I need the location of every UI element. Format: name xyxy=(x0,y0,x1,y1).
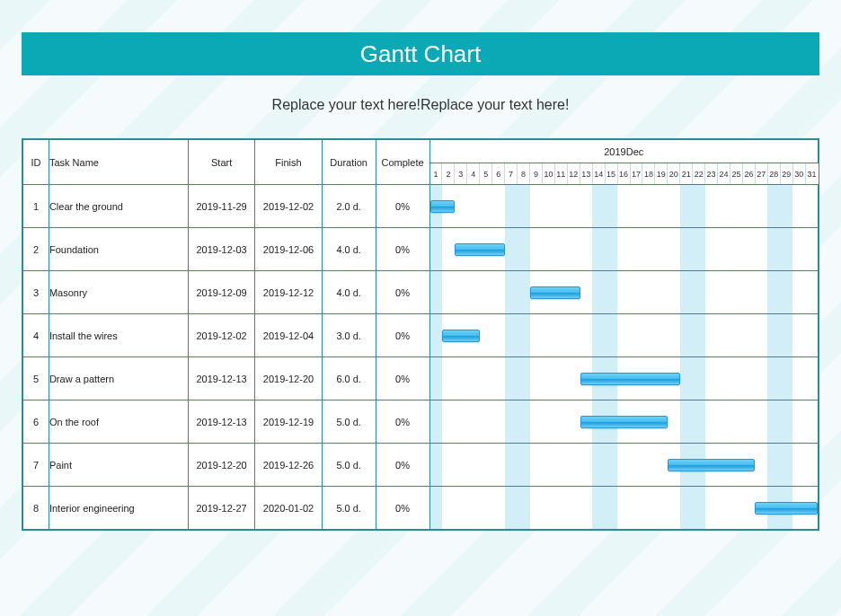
cell-finish: 2019-12-20 xyxy=(255,357,322,400)
column-header-complete: Complete xyxy=(376,140,429,185)
timeline-day-header: 9 xyxy=(530,163,543,185)
timeline-day-header: 21 xyxy=(680,163,693,185)
timeline-day-header: 5 xyxy=(480,163,492,185)
timeline-day-header: 23 xyxy=(705,163,718,185)
timeline-day-header: 30 xyxy=(792,163,805,185)
task-row: 7Paint2019-12-202019-12-265.0 d.0% xyxy=(23,444,819,487)
cell-name: Clear the ground xyxy=(49,185,188,228)
task-row: 1Clear the ground2019-11-292019-12-022.0… xyxy=(23,185,819,228)
gantt-bar xyxy=(430,200,456,213)
timeline-day-header: 2 xyxy=(442,163,455,185)
cell-name: Paint xyxy=(49,444,188,487)
timeline-cell xyxy=(429,444,818,487)
gantt-chart: IDTask NameStartFinishDurationComplete20… xyxy=(22,138,819,531)
cell-start: 2019-12-13 xyxy=(188,357,254,400)
gantt-bar xyxy=(442,330,480,342)
cell-duration: 2.0 d. xyxy=(322,185,376,228)
timeline-day-header: 8 xyxy=(518,163,530,185)
timeline-day-header: 20 xyxy=(668,163,680,185)
timeline-cell xyxy=(429,487,818,530)
timeline-day-header: 4 xyxy=(467,163,480,185)
cell-name: Install the wires xyxy=(49,314,188,357)
cell-start: 2019-11-29 xyxy=(188,185,254,228)
cell-id: 5 xyxy=(23,357,49,400)
timeline-day-header: 24 xyxy=(718,163,730,185)
cell-duration: 3.0 d. xyxy=(322,314,376,357)
cell-id: 2 xyxy=(23,228,49,271)
cell-finish: 2019-12-19 xyxy=(255,400,322,444)
task-row: 2Foundation2019-12-032019-12-064.0 d.0% xyxy=(23,228,819,271)
cell-complete: 0% xyxy=(376,487,429,530)
cell-start: 2019-12-02 xyxy=(188,314,254,357)
timeline-day-header: 3 xyxy=(455,163,467,185)
timeline-day-header: 26 xyxy=(742,163,755,185)
column-header-start: Start xyxy=(188,140,254,185)
timeline-day-header: 22 xyxy=(693,163,705,185)
column-header-duration: Duration xyxy=(322,140,376,185)
timeline-day-header: 17 xyxy=(630,163,642,185)
cell-finish: 2019-12-12 xyxy=(255,271,322,314)
gantt-bar xyxy=(755,502,818,515)
task-row: 3Masonry2019-12-092019-12-124.0 d.0% xyxy=(23,271,819,314)
timeline-day-header: 16 xyxy=(617,163,630,185)
gantt-bar xyxy=(580,373,680,385)
timeline-cell xyxy=(429,185,818,228)
cell-finish: 2019-12-06 xyxy=(255,228,322,271)
task-row: 5Draw a pattern2019-12-132019-12-206.0 d… xyxy=(23,357,819,400)
timeline-day-header: 1 xyxy=(429,163,442,185)
timeline-cell xyxy=(429,314,818,357)
timeline-day-header: 12 xyxy=(567,163,580,185)
cell-name: On the roof xyxy=(49,400,188,444)
timeline-cell xyxy=(429,228,818,271)
cell-id: 8 xyxy=(23,487,49,530)
cell-id: 6 xyxy=(23,400,49,444)
cell-complete: 0% xyxy=(376,444,429,487)
timeline-day-header: 25 xyxy=(730,163,743,185)
cell-name: Foundation xyxy=(49,228,188,271)
timeline-day-header: 7 xyxy=(505,163,518,185)
timeline-day-header: 31 xyxy=(805,163,818,185)
gantt-bar xyxy=(530,286,580,299)
timeline-day-header: 10 xyxy=(542,163,554,185)
cell-duration: 5.0 d. xyxy=(322,400,376,444)
cell-complete: 0% xyxy=(376,357,429,400)
column-header-finish: Finish xyxy=(255,140,322,185)
cell-id: 3 xyxy=(23,271,49,314)
timeline-day-header: 19 xyxy=(655,163,668,185)
cell-name: Interior engineering xyxy=(49,487,188,530)
cell-id: 1 xyxy=(23,185,49,228)
timeline-cell xyxy=(429,400,818,444)
task-row: 6On the roof2019-12-132019-12-195.0 d.0% xyxy=(23,400,819,444)
column-header-id: ID xyxy=(23,140,49,185)
cell-complete: 0% xyxy=(376,185,429,228)
cell-start: 2019-12-20 xyxy=(188,444,254,487)
timeline-day-header: 27 xyxy=(755,163,767,185)
gantt-bar xyxy=(455,243,505,256)
timeline-month-header: 2019Dec xyxy=(429,140,818,163)
cell-duration: 6.0 d. xyxy=(322,357,376,400)
gantt-bar xyxy=(668,459,755,471)
cell-name: Draw a pattern xyxy=(49,357,188,400)
timeline-cell xyxy=(429,271,818,314)
timeline-day-header: 14 xyxy=(592,163,605,185)
cell-finish: 2019-12-04 xyxy=(255,314,322,357)
cell-complete: 0% xyxy=(376,228,429,271)
subtitle: Replace your text here!Replace your text… xyxy=(22,97,819,113)
gantt-bar xyxy=(580,416,668,428)
cell-start: 2019-12-13 xyxy=(188,400,254,444)
timeline-cell xyxy=(429,357,818,400)
cell-complete: 0% xyxy=(376,271,429,314)
title-bar: Gantt Chart xyxy=(22,32,819,75)
cell-finish: 2020-01-02 xyxy=(255,487,322,530)
cell-finish: 2019-12-26 xyxy=(255,444,322,487)
timeline-day-header: 29 xyxy=(780,163,792,185)
page-title: Gantt Chart xyxy=(360,40,481,68)
cell-duration: 5.0 d. xyxy=(322,444,376,487)
gantt-table: IDTask NameStartFinishDurationComplete20… xyxy=(22,139,819,530)
cell-duration: 5.0 d. xyxy=(322,487,376,530)
task-row: 8Interior engineering2019-12-272020-01-0… xyxy=(23,487,819,530)
task-row: 4Install the wires2019-12-022019-12-043.… xyxy=(23,314,819,357)
cell-finish: 2019-12-02 xyxy=(255,185,322,228)
timeline-day-header: 15 xyxy=(605,163,617,185)
cell-id: 7 xyxy=(23,444,49,487)
